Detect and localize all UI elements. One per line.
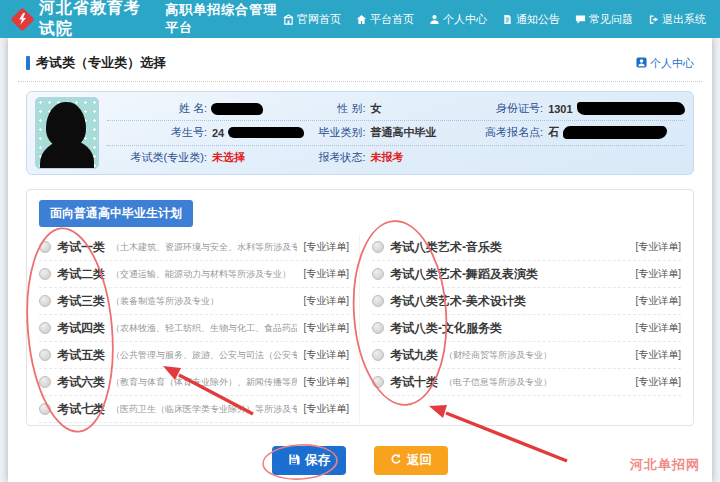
nav-label: 官网首页 — [297, 12, 341, 27]
major-detail-link[interactable]: [专业详单] — [303, 348, 349, 362]
exam-class-label: 考试类(专业类): — [107, 150, 207, 165]
exam-class-name[interactable]: 考试二类 — [57, 266, 105, 283]
exam-class-row: 考试三类 （装备制造等所涉及专业） [专业详单] — [39, 288, 349, 315]
brand-subtitle: 高职单招综合管理平台 — [165, 1, 283, 37]
exam-class-radio[interactable] — [39, 268, 51, 280]
major-detail-link[interactable]: [专业详单] — [635, 294, 681, 308]
id-value: 1301 — [548, 103, 572, 115]
candidate-no-value: 24 — [212, 127, 224, 139]
exam-class-name[interactable]: 考试九类 — [390, 347, 438, 364]
exam-class-name[interactable]: 考试一类 — [57, 239, 105, 256]
profile-row: 考生号: 24 毕业类别: 普通高中毕业 高考报名点: 石 — [107, 121, 685, 145]
candidate-no-redaction — [228, 127, 303, 138]
exam-class-row: 考试八类-文化服务类 [专业详单] — [372, 315, 681, 342]
name-label: 姓 名: — [107, 101, 207, 116]
nav-label: 退出系统 — [662, 12, 706, 27]
major-detail-link[interactable]: [专业详单] — [635, 267, 681, 281]
faq-icon — [575, 14, 586, 25]
major-detail-link[interactable]: [专业详单] — [303, 402, 349, 416]
major-detail-link[interactable]: [专业详单] — [635, 240, 681, 254]
exam-class-name[interactable]: 考试八类-文化服务类 — [390, 320, 502, 337]
exam-class-name[interactable]: 考试十类 — [390, 374, 438, 391]
action-buttons: 保存 返回 — [18, 446, 702, 475]
major-detail-link[interactable]: [专业详单] — [635, 321, 681, 335]
page-title: 考试类（专业类）选择 — [36, 54, 166, 72]
exam-class-radio[interactable] — [372, 268, 384, 280]
nav-platform-home[interactable]: 平台首页 — [356, 12, 414, 27]
nav-site-home[interactable]: 官网首页 — [283, 12, 341, 27]
save-button[interactable]: 保存 — [272, 446, 346, 475]
name-redaction — [211, 103, 263, 115]
platform-home-icon — [356, 14, 367, 25]
major-detail-link[interactable]: [专业详单] — [303, 240, 349, 254]
exam-class-radio[interactable] — [39, 322, 51, 334]
exam-class-name[interactable]: 考试八类艺术-音乐类 — [390, 239, 502, 256]
exam-class-row: 考试九类 （财经商贸等所涉及专业） [专业详单] — [372, 342, 681, 369]
candidate-no-label: 考生号: — [107, 125, 207, 140]
title-accent-bar — [26, 56, 30, 70]
apply-status-value: 未报考 — [371, 150, 404, 165]
exam-class-desc: （电子信息等所涉及专业） — [444, 376, 629, 389]
exam-class-row: 考试二类 （交通运输、能源动力与材料等所涉及专业） [专业详单] — [39, 261, 349, 288]
plan-badge: 面向普通高中毕业生计划 — [39, 200, 193, 227]
exam-class-desc: （公共管理与服务、旅游、公安与司法（公安专业除外）等所涉及专业） — [111, 349, 297, 362]
apply-status-label: 报考状态: — [304, 150, 366, 165]
field-gender: 性 别: 女 — [304, 101, 472, 116]
major-detail-link[interactable]: [专业详单] — [303, 375, 349, 389]
reg-point-label: 高考报名点: — [471, 125, 543, 140]
nav-logout[interactable]: 退出系统 — [648, 12, 706, 27]
profile-panel: 姓 名: 性 别: 女 身份证号: 1301 考生号: 24 — [26, 91, 694, 175]
major-detail-link[interactable]: [专业详单] — [303, 321, 349, 335]
exam-class-radio[interactable] — [372, 376, 384, 388]
nav-label: 常见问题 — [589, 12, 633, 27]
major-detail-link[interactable]: [专业详单] — [635, 348, 681, 362]
nav-user-center[interactable]: 个人中心 — [429, 12, 487, 27]
major-detail-link[interactable]: [专业详单] — [303, 267, 349, 281]
exam-class-radio[interactable] — [372, 295, 384, 307]
plan-column-left: 考试一类 （土木建筑、资源环境与安全、水利等所涉及专业） [专业详单] 考试二类… — [39, 234, 360, 423]
watermark: 河北单招网 — [630, 456, 700, 474]
profile-row: 考试类(专业类): 未选择 报考状态: 未报考 — [107, 146, 685, 169]
user-icon — [429, 14, 440, 25]
exam-class-radio[interactable] — [39, 376, 51, 388]
exam-class-name[interactable]: 考试六类 — [57, 374, 105, 391]
notice-icon — [502, 14, 513, 25]
back-button[interactable]: 返回 — [374, 446, 448, 475]
exam-class-desc: （医药卫生（临床医学类专业除外）等所涉及专业） — [111, 403, 297, 416]
exam-class-radio[interactable] — [39, 403, 51, 415]
exam-class-row: 考试八类艺术-舞蹈及表演类 [专业详单] — [372, 261, 681, 288]
back-label: 返回 — [407, 452, 432, 469]
exam-class-desc: （农林牧渔、轻工纺织、生物与化工、食品药品与粮食等所涉及专业） — [111, 322, 297, 335]
exam-class-name[interactable]: 考试八类艺术-舞蹈及表演类 — [390, 266, 538, 283]
nav-faq[interactable]: 常见问题 — [575, 12, 633, 27]
field-reg-point: 高考报名点: 石 — [471, 125, 685, 140]
field-name: 姓 名: — [107, 101, 304, 116]
exam-class-radio[interactable] — [372, 322, 384, 334]
exam-class-radio[interactable] — [39, 241, 51, 253]
exam-class-name[interactable]: 考试八类艺术-美术设计类 — [390, 293, 526, 310]
exam-class-radio[interactable] — [39, 349, 51, 361]
nav-notice[interactable]: 通知公告 — [502, 12, 560, 27]
field-id-number: 身份证号: 1301 — [471, 101, 685, 116]
exam-class-radio[interactable] — [372, 349, 384, 361]
exam-class-name[interactable]: 考试七类 — [57, 401, 105, 418]
major-detail-link[interactable]: [专业详单] — [303, 294, 349, 308]
exam-class-name[interactable]: 考试五类 — [57, 347, 105, 364]
save-icon — [288, 453, 300, 468]
personal-center-link[interactable]: 个人中心 — [636, 56, 694, 71]
field-apply-status: 报考状态: 未报考 — [304, 150, 472, 165]
exam-class-radio[interactable] — [372, 241, 384, 253]
exam-class-name[interactable]: 考试四类 — [57, 320, 105, 337]
exam-class-row: 考试八类艺术-美术设计类 [专业详单] — [372, 288, 681, 315]
field-exam-class: 考试类(专业类): 未选择 — [107, 150, 304, 165]
exam-class-radio[interactable] — [39, 295, 51, 307]
profile-grid: 姓 名: 性 别: 女 身份证号: 1301 考生号: 24 — [107, 97, 685, 169]
major-detail-link[interactable]: [专业详单] — [635, 375, 681, 389]
plan-column-right: 考试八类艺术-音乐类 [专业详单] 考试八类艺术-舞蹈及表演类 [专业详单] 考… — [360, 234, 681, 423]
id-label: 身份证号: — [471, 101, 543, 116]
logo-icon — [10, 7, 34, 31]
exam-class-name[interactable]: 考试三类 — [57, 293, 105, 310]
site-home-icon — [283, 14, 294, 25]
gender-label: 性 别: — [304, 101, 366, 116]
nav-label: 个人中心 — [443, 12, 487, 27]
